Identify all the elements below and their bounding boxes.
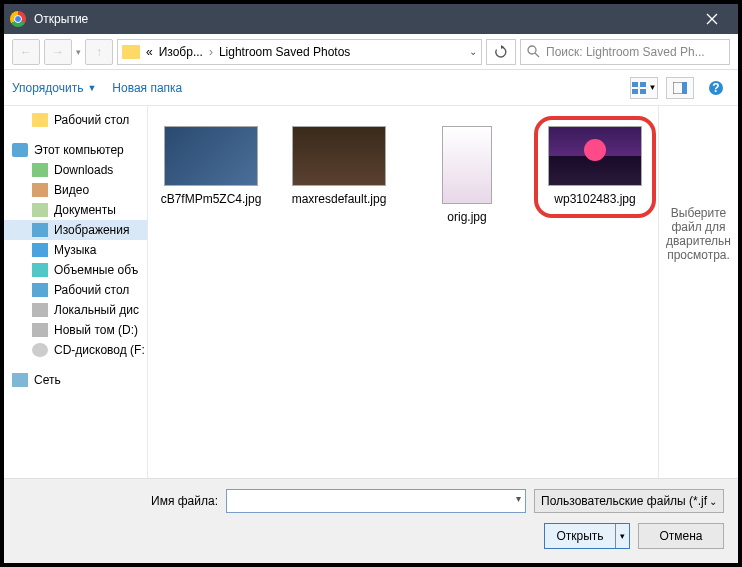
svg-rect-6 bbox=[682, 82, 687, 94]
filename-label: Имя файла: bbox=[18, 494, 218, 508]
organize-menu[interactable]: Упорядочить ▼ bbox=[12, 81, 96, 95]
chevron-down-icon: ⌄ bbox=[709, 496, 717, 507]
chrome-icon bbox=[10, 11, 26, 27]
chevron-right-icon: › bbox=[207, 45, 215, 59]
file-type-select[interactable]: Пользовательские файлы (*.jf ⌄ bbox=[534, 489, 724, 513]
svg-point-0 bbox=[528, 46, 536, 54]
back-button[interactable]: ← bbox=[12, 39, 40, 65]
svg-rect-2 bbox=[640, 82, 646, 87]
tree-documents[interactable]: Документы bbox=[4, 200, 147, 220]
drive-icon bbox=[32, 323, 48, 337]
breadcrumb-item[interactable]: Изобр... bbox=[157, 45, 205, 59]
search-icon bbox=[527, 45, 540, 58]
breadcrumb-dropdown-icon[interactable]: ⌄ bbox=[469, 46, 477, 57]
breadcrumb-item[interactable]: Lightroom Saved Photos bbox=[217, 45, 352, 59]
svg-rect-4 bbox=[640, 89, 646, 94]
tree-new-volume[interactable]: Новый том (D:) bbox=[4, 320, 147, 340]
cd-icon bbox=[32, 343, 48, 357]
search-placeholder: Поиск: Lightroom Saved Ph... bbox=[546, 45, 705, 59]
preview-pane-button[interactable] bbox=[666, 77, 694, 99]
download-icon bbox=[32, 163, 48, 177]
breadcrumb-prev[interactable]: « bbox=[144, 45, 155, 59]
desktop-icon bbox=[32, 283, 48, 297]
chevron-down-icon: ▼ bbox=[649, 83, 657, 92]
tree-3d-objects[interactable]: Объемные объ bbox=[4, 260, 147, 280]
file-name: orig.jpg bbox=[447, 210, 486, 226]
image-icon bbox=[32, 223, 48, 237]
file-item[interactable]: orig.jpg bbox=[412, 122, 522, 230]
thumbnail bbox=[292, 126, 386, 186]
titlebar: Открытие bbox=[4, 4, 738, 34]
svg-rect-1 bbox=[632, 82, 638, 87]
chevron-down-icon: ▼ bbox=[87, 83, 96, 93]
close-button[interactable] bbox=[692, 4, 732, 34]
tree-video[interactable]: Видео bbox=[4, 180, 147, 200]
search-input[interactable]: Поиск: Lightroom Saved Ph... bbox=[520, 39, 730, 65]
file-list: cB7fMPm5ZC4.jpg maxresdefault.jpg orig.j… bbox=[148, 106, 658, 478]
content: cB7fMPm5ZC4.jpg maxresdefault.jpg orig.j… bbox=[148, 106, 738, 478]
network-icon bbox=[12, 373, 28, 387]
drive-icon bbox=[32, 303, 48, 317]
tree-images[interactable]: Изображения bbox=[4, 220, 147, 240]
folder-icon bbox=[122, 45, 140, 59]
video-icon bbox=[32, 183, 48, 197]
navbar: ← → ▾ ↑ « Изобр... › Lightroom Saved Pho… bbox=[4, 34, 738, 70]
tree-music[interactable]: Музыка bbox=[4, 240, 147, 260]
up-button[interactable]: ↑ bbox=[85, 39, 113, 65]
tree-desktop[interactable]: Рабочий стол bbox=[4, 110, 147, 130]
tree-local-disk[interactable]: Локальный дис bbox=[4, 300, 147, 320]
file-item[interactable]: maxresdefault.jpg bbox=[284, 122, 394, 212]
file-name: wp3102483.jpg bbox=[554, 192, 635, 208]
tree-cd-drive[interactable]: CD-дисковод (F: bbox=[4, 340, 147, 360]
filename-input[interactable] bbox=[226, 489, 526, 513]
preview-placeholder: Выберите файл для дварительн просмотра. bbox=[663, 206, 734, 262]
tree-network[interactable]: Сеть bbox=[4, 370, 147, 390]
forward-button[interactable]: → bbox=[44, 39, 72, 65]
svg-text:?: ? bbox=[712, 81, 719, 95]
window-title: Открытие bbox=[34, 12, 692, 26]
folder-icon bbox=[32, 113, 48, 127]
refresh-button[interactable] bbox=[486, 39, 516, 65]
preview-pane: Выберите файл для дварительн просмотра. bbox=[658, 106, 738, 478]
document-icon bbox=[32, 203, 48, 217]
thumbnail bbox=[442, 126, 492, 204]
toolbar: Упорядочить ▼ Новая папка ▼ ? bbox=[4, 70, 738, 106]
footer: Имя файла: Пользовательские файлы (*.jf … bbox=[4, 478, 738, 563]
new-folder-button[interactable]: Новая папка bbox=[112, 81, 182, 95]
pc-icon bbox=[12, 143, 28, 157]
file-item-highlighted[interactable]: wp3102483.jpg bbox=[540, 122, 650, 212]
sidebar: Рабочий стол Этот компьютер Downloads Ви… bbox=[4, 106, 148, 478]
recent-dropdown-icon[interactable]: ▾ bbox=[76, 47, 81, 57]
help-button[interactable]: ? bbox=[702, 77, 730, 99]
file-name: maxresdefault.jpg bbox=[292, 192, 387, 208]
view-mode-button[interactable]: ▼ bbox=[630, 77, 658, 99]
thumbnail bbox=[164, 126, 258, 186]
tree-this-pc[interactable]: Этот компьютер bbox=[4, 140, 147, 160]
file-name: cB7fMPm5ZC4.jpg bbox=[161, 192, 262, 208]
cube-icon bbox=[32, 263, 48, 277]
cancel-button[interactable]: Отмена bbox=[638, 523, 724, 549]
body: Рабочий стол Этот компьютер Downloads Ви… bbox=[4, 106, 738, 478]
music-icon bbox=[32, 243, 48, 257]
open-button[interactable]: Открыть bbox=[544, 523, 630, 549]
breadcrumb[interactable]: « Изобр... › Lightroom Saved Photos ⌄ bbox=[117, 39, 482, 65]
tree-desktop2[interactable]: Рабочий стол bbox=[4, 280, 147, 300]
thumbnail bbox=[548, 126, 642, 186]
file-item[interactable]: cB7fMPm5ZC4.jpg bbox=[156, 122, 266, 212]
svg-rect-3 bbox=[632, 89, 638, 94]
open-dialog: Открытие ← → ▾ ↑ « Изобр... › Lightroom … bbox=[0, 0, 742, 567]
tree-downloads[interactable]: Downloads bbox=[4, 160, 147, 180]
